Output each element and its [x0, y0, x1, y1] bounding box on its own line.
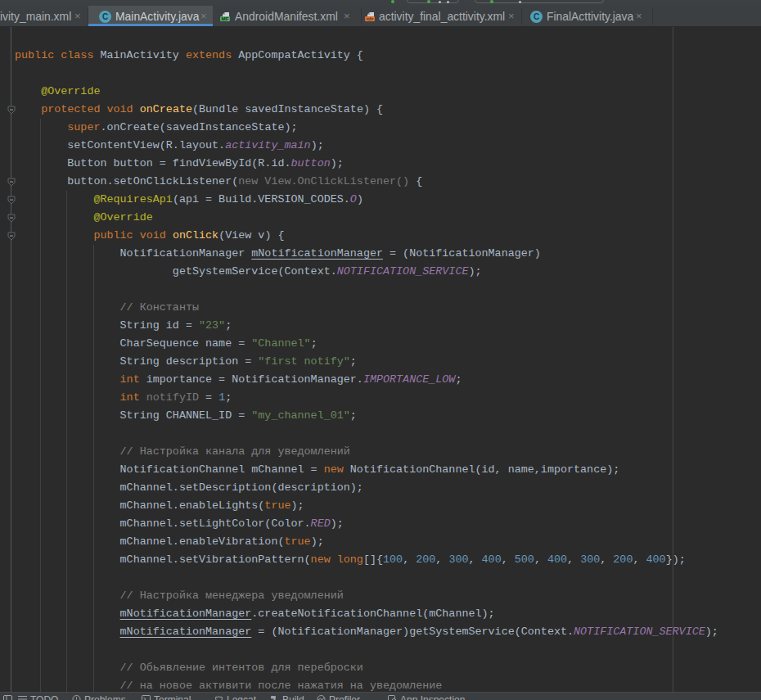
svg-text:</>: </> [367, 16, 374, 21]
svg-text:MF: MF [222, 16, 229, 21]
